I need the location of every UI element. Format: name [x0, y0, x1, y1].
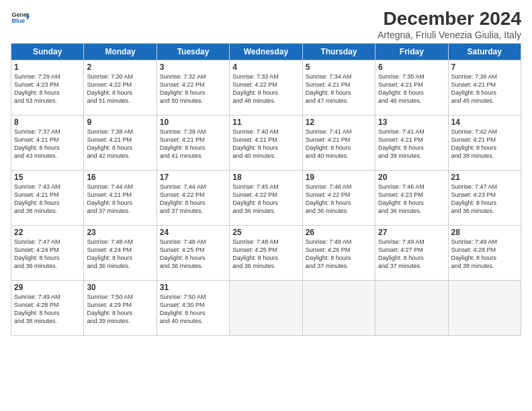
- day-cell-10: 10Sunrise: 7:39 AMSunset: 4:21 PMDayligh…: [157, 116, 229, 171]
- day-details: Sunrise: 7:48 AMSunset: 4:24 PMDaylight:…: [87, 238, 153, 271]
- day-cell-18: 18Sunrise: 7:45 AMSunset: 4:22 PMDayligh…: [230, 171, 302, 226]
- day-number: 18: [232, 173, 299, 182]
- day-cell-14: 14Sunrise: 7:42 AMSunset: 4:21 PMDayligh…: [448, 116, 521, 171]
- day-details: Sunrise: 7:48 AMSunset: 4:25 PMDaylight:…: [160, 238, 226, 271]
- day-details: Sunrise: 7:42 AMSunset: 4:21 PMDaylight:…: [451, 128, 518, 161]
- day-cell-15: 15Sunrise: 7:43 AMSunset: 4:21 PMDayligh…: [11, 171, 84, 226]
- week-row-3: 15Sunrise: 7:43 AMSunset: 4:21 PMDayligh…: [11, 171, 521, 226]
- day-cell-8: 8Sunrise: 7:37 AMSunset: 4:21 PMDaylight…: [11, 116, 84, 171]
- day-number: 13: [378, 118, 445, 127]
- day-number: 1: [14, 62, 81, 72]
- day-number: 20: [378, 173, 445, 182]
- day-details: Sunrise: 7:49 AMSunset: 4:26 PMDaylight:…: [306, 238, 372, 271]
- day-number: 15: [14, 173, 81, 182]
- day-details: Sunrise: 7:35 AMSunset: 4:21 PMDaylight:…: [378, 73, 445, 105]
- day-cell-5: 5Sunrise: 7:34 AMSunset: 4:21 PMDaylight…: [302, 60, 375, 116]
- day-cell-11: 11Sunrise: 7:40 AMSunset: 4:21 PMDayligh…: [230, 116, 302, 171]
- day-number: 21: [451, 173, 518, 182]
- day-number: 6: [378, 62, 445, 72]
- day-number: 4: [232, 62, 299, 72]
- title-block: December 2024 Artegna, Friuli Venezia Gi…: [378, 8, 521, 40]
- day-details: Sunrise: 7:43 AMSunset: 4:21 PMDaylight:…: [14, 183, 81, 216]
- column-header-sunday: Sunday: [11, 44, 84, 60]
- calendar-table: SundayMondayTuesdayWednesdayThursdayFrid…: [11, 43, 521, 336]
- day-cell-17: 17Sunrise: 7:44 AMSunset: 4:22 PMDayligh…: [157, 171, 229, 226]
- day-cell-27: 27Sunrise: 7:49 AMSunset: 4:27 PMDayligh…: [375, 226, 448, 281]
- week-row-2: 8Sunrise: 7:37 AMSunset: 4:21 PMDaylight…: [11, 116, 521, 171]
- page-container: General Blue December 2024 Artegna, Friu…: [0, 0, 532, 341]
- day-details: Sunrise: 7:41 AMSunset: 4:21 PMDaylight:…: [306, 128, 372, 161]
- empty-cell: [230, 281, 302, 336]
- day-cell-24: 24Sunrise: 7:48 AMSunset: 4:25 PMDayligh…: [157, 226, 229, 281]
- main-title: December 2024: [378, 8, 521, 30]
- empty-cell: [302, 281, 375, 336]
- day-number: 14: [451, 118, 518, 127]
- column-header-monday: Monday: [84, 44, 157, 60]
- day-details: Sunrise: 7:49 AMSunset: 4:28 PMDaylight:…: [451, 238, 518, 271]
- day-details: Sunrise: 7:47 AMSunset: 4:24 PMDaylight:…: [14, 238, 81, 271]
- week-row-1: 1Sunrise: 7:29 AMSunset: 4:23 PMDaylight…: [11, 60, 521, 116]
- day-number: 17: [160, 173, 226, 182]
- column-header-friday: Friday: [375, 44, 448, 60]
- day-number: 2: [87, 62, 153, 72]
- day-cell-12: 12Sunrise: 7:41 AMSunset: 4:21 PMDayligh…: [302, 116, 375, 171]
- day-cell-22: 22Sunrise: 7:47 AMSunset: 4:24 PMDayligh…: [11, 226, 84, 281]
- day-cell-3: 3Sunrise: 7:32 AMSunset: 4:22 PMDaylight…: [157, 60, 229, 116]
- day-cell-31: 31Sunrise: 7:50 AMSunset: 4:30 PMDayligh…: [157, 281, 229, 336]
- day-details: Sunrise: 7:46 AMSunset: 4:22 PMDaylight:…: [306, 183, 372, 216]
- column-header-thursday: Thursday: [302, 44, 375, 60]
- day-number: 5: [306, 62, 372, 72]
- day-number: 9: [87, 118, 153, 127]
- day-details: Sunrise: 7:48 AMSunset: 4:25 PMDaylight:…: [232, 238, 299, 271]
- day-cell-7: 7Sunrise: 7:36 AMSunset: 4:21 PMDaylight…: [448, 60, 521, 116]
- day-details: Sunrise: 7:33 AMSunset: 4:22 PMDaylight:…: [232, 73, 299, 105]
- day-details: Sunrise: 7:50 AMSunset: 4:30 PMDaylight:…: [160, 293, 226, 326]
- day-number: 28: [451, 228, 518, 237]
- day-details: Sunrise: 7:49 AMSunset: 4:27 PMDaylight:…: [378, 238, 445, 271]
- day-number: 25: [232, 228, 299, 237]
- day-cell-29: 29Sunrise: 7:49 AMSunset: 4:28 PMDayligh…: [11, 281, 84, 336]
- day-number: 3: [160, 62, 226, 72]
- day-details: Sunrise: 7:41 AMSunset: 4:21 PMDaylight:…: [378, 128, 445, 161]
- day-details: Sunrise: 7:47 AMSunset: 4:23 PMDaylight:…: [451, 183, 518, 216]
- day-number: 10: [160, 118, 226, 127]
- day-details: Sunrise: 7:40 AMSunset: 4:21 PMDaylight:…: [232, 128, 299, 161]
- day-cell-25: 25Sunrise: 7:48 AMSunset: 4:25 PMDayligh…: [230, 226, 302, 281]
- day-cell-9: 9Sunrise: 7:38 AMSunset: 4:21 PMDaylight…: [84, 116, 157, 171]
- day-details: Sunrise: 7:46 AMSunset: 4:23 PMDaylight:…: [378, 183, 445, 216]
- day-cell-19: 19Sunrise: 7:46 AMSunset: 4:22 PMDayligh…: [302, 171, 375, 226]
- day-number: 24: [160, 228, 226, 237]
- day-number: 23: [87, 228, 153, 237]
- day-details: Sunrise: 7:34 AMSunset: 4:21 PMDaylight:…: [306, 73, 372, 105]
- subtitle: Artegna, Friuli Venezia Giulia, Italy: [378, 30, 521, 40]
- column-header-tuesday: Tuesday: [157, 44, 229, 60]
- empty-cell: [375, 281, 448, 336]
- day-number: 11: [232, 118, 299, 127]
- day-number: 12: [306, 118, 372, 127]
- day-details: Sunrise: 7:49 AMSunset: 4:28 PMDaylight:…: [14, 293, 81, 326]
- column-header-wednesday: Wednesday: [230, 44, 302, 60]
- empty-cell: [448, 281, 521, 336]
- column-header-saturday: Saturday: [448, 44, 521, 60]
- day-number: 22: [14, 228, 81, 237]
- day-cell-30: 30Sunrise: 7:50 AMSunset: 4:29 PMDayligh…: [84, 281, 157, 336]
- day-number: 30: [87, 283, 153, 292]
- day-cell-23: 23Sunrise: 7:48 AMSunset: 4:24 PMDayligh…: [84, 226, 157, 281]
- header: General Blue December 2024 Artegna, Friu…: [11, 8, 521, 40]
- week-row-5: 29Sunrise: 7:49 AMSunset: 4:28 PMDayligh…: [11, 281, 521, 336]
- day-number: 16: [87, 173, 153, 182]
- day-cell-20: 20Sunrise: 7:46 AMSunset: 4:23 PMDayligh…: [375, 171, 448, 226]
- day-details: Sunrise: 7:44 AMSunset: 4:21 PMDaylight:…: [87, 183, 153, 216]
- day-details: Sunrise: 7:36 AMSunset: 4:21 PMDaylight:…: [451, 73, 518, 105]
- day-cell-2: 2Sunrise: 7:30 AMSunset: 4:22 PMDaylight…: [84, 60, 157, 116]
- day-cell-16: 16Sunrise: 7:44 AMSunset: 4:21 PMDayligh…: [84, 171, 157, 226]
- day-cell-1: 1Sunrise: 7:29 AMSunset: 4:23 PMDaylight…: [11, 60, 84, 116]
- day-number: 27: [378, 228, 445, 237]
- logo-icon: General Blue: [11, 8, 30, 27]
- day-number: 8: [14, 118, 81, 127]
- day-details: Sunrise: 7:37 AMSunset: 4:21 PMDaylight:…: [14, 128, 81, 161]
- day-details: Sunrise: 7:50 AMSunset: 4:29 PMDaylight:…: [87, 293, 153, 326]
- day-number: 7: [451, 62, 518, 72]
- day-details: Sunrise: 7:38 AMSunset: 4:21 PMDaylight:…: [87, 128, 153, 161]
- day-cell-13: 13Sunrise: 7:41 AMSunset: 4:21 PMDayligh…: [375, 116, 448, 171]
